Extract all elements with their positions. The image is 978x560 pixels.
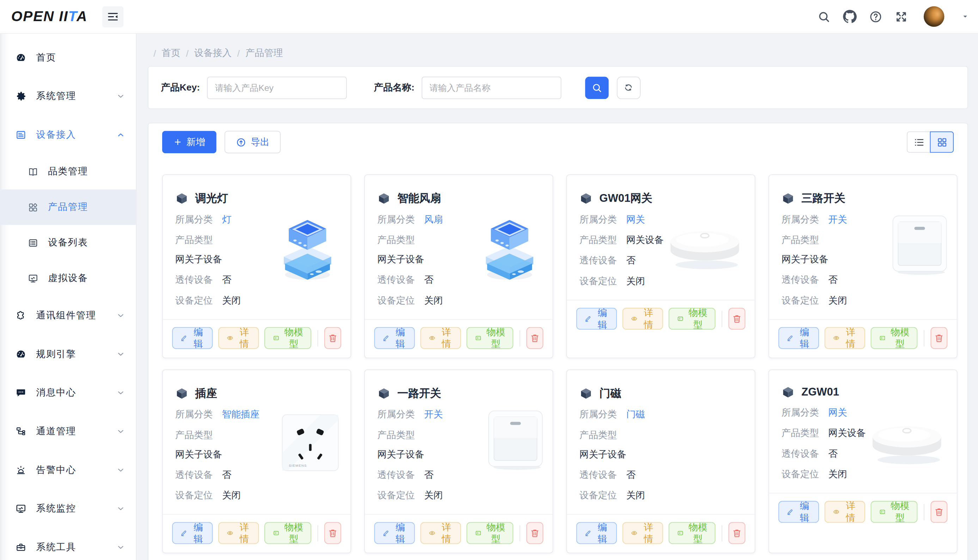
app-window: OPEN IITA 首页 [0,0,978,560]
edit-button[interactable]: 编辑 [374,327,415,349]
product-name-input[interactable] [421,77,561,99]
location-value: 关闭 [222,293,241,307]
category-label: 所属分类 [377,212,415,226]
sidebar-item[interactable]: 消息中心 [0,373,136,412]
delete-button[interactable] [527,327,543,349]
sidebar-item[interactable]: 虚拟设备 [0,260,136,296]
menu-fold-icon [107,10,119,23]
sidebar-item[interactable]: 品类管理 [0,154,136,190]
category-link[interactable]: 智能插座 [222,407,259,421]
detail-button[interactable]: 详情 [420,522,461,544]
sidebar-item-icon [15,309,27,321]
github-icon[interactable] [843,10,857,24]
category-link[interactable]: 网关 [828,406,847,420]
detail-button[interactable]: 详情 [825,327,865,349]
breadcrumb-link[interactable]: 设备接入 [194,47,232,59]
delete-button[interactable] [728,308,745,330]
category-link[interactable]: 风扇 [424,212,443,226]
thing-model-button[interactable]: 物模型 [466,327,513,349]
search-icon[interactable] [817,10,831,23]
sidebar-item[interactable]: 设备接入 [0,115,136,154]
user-menu-caret-icon[interactable] [961,12,969,20]
category-link[interactable]: 网关 [626,212,645,226]
product-key-label: 产品Key: [161,82,200,94]
sidebar-item[interactable]: 系统监控 [0,489,136,528]
edit-button[interactable]: 编辑 [779,501,819,523]
edit-button[interactable]: 编辑 [577,308,617,330]
avatar[interactable] [924,6,944,27]
product-card-actions: 编辑 详情 物模型 [567,300,754,338]
sidebar-item-icon [15,90,27,102]
thing-model-button[interactable]: 物模型 [264,327,311,349]
product-card-body: 门磁 所属分类 门磁 产品类型 网关子设备 透传设备 [567,370,754,503]
edit-button[interactable]: 编辑 [172,522,212,544]
detail-button[interactable]: 详情 [218,327,259,349]
sidebar-collapse-button[interactable] [103,6,124,27]
sidebar-item[interactable]: 系统管理 [0,77,136,115]
edit-pen-icon [180,333,187,343]
detail-button[interactable]: 详情 [623,522,663,544]
edit-button-label: 编辑 [798,500,811,524]
sidebar-item[interactable]: 告警中心 [0,450,136,489]
product-key-input[interactable] [207,77,346,99]
model-icon [879,507,886,517]
sidebar-item[interactable]: 首页 [0,38,136,77]
category-link[interactable]: 门磁 [626,407,645,421]
category-link[interactable]: 开关 [828,212,847,226]
add-button[interactable]: 新增 [162,131,216,153]
thing-model-button-label: 物模型 [486,326,505,350]
edit-button[interactable]: 编辑 [172,327,212,349]
detail-button[interactable]: 详情 [420,327,461,349]
edit-button[interactable]: 编辑 [779,327,819,349]
reset-button[interactable] [617,77,640,99]
product-title: 智能风扇 [397,190,441,205]
sidebar-item[interactable]: 设备列表 [0,225,136,261]
detail-button[interactable]: 详情 [218,522,259,544]
edit-button[interactable]: 编辑 [577,522,617,544]
detail-button[interactable]: 详情 [623,308,663,330]
fullscreen-icon[interactable] [894,10,908,23]
list-view-icon [913,136,925,148]
sidebar-item[interactable]: 通道管理 [0,412,136,450]
delete-button[interactable] [324,327,341,349]
thing-model-button[interactable]: 物模型 [669,522,716,544]
breadcrumb-link[interactable]: 产品管理 [246,47,283,59]
grid-view-toggle[interactable] [930,132,954,153]
thing-model-button[interactable]: 物模型 [669,308,716,330]
delete-button[interactable] [324,522,341,544]
location-value: 关闭 [626,488,645,502]
divider [318,330,318,346]
detail-button[interactable]: 详情 [825,501,865,523]
product-card: ZGW01 所属分类 网关 产品类型 网关设备 透传设备 [769,370,958,553]
product-title: 一路开关 [397,386,441,400]
product-image-brand: SIEMENS [289,463,307,467]
list-view-toggle[interactable] [907,132,930,153]
thing-model-button[interactable]: 物模型 [871,501,918,523]
thing-model-button-label: 物模型 [688,521,707,545]
thing-model-button[interactable]: 物模型 [264,522,311,544]
eye-icon [631,528,638,538]
delete-button[interactable] [930,327,947,349]
delete-button[interactable] [527,522,543,544]
product-title-row: ZGW01 [782,386,945,399]
breadcrumb-link[interactable]: 首页 [162,47,181,59]
upload-icon [236,137,246,147]
export-button[interactable]: 导出 [224,131,281,153]
sidebar-item-label: 系统监控 [36,503,117,515]
thing-model-button[interactable]: 物模型 [466,522,513,544]
app-logo[interactable]: OPEN IITA [11,8,87,25]
sidebar-item[interactable]: 系统工具 [0,528,136,560]
sidebar-item[interactable]: 规则引擎 [0,335,136,373]
category-link[interactable]: 开关 [424,407,443,421]
search-button[interactable] [585,77,609,99]
product-title-row: 三路开关 [782,190,945,205]
sidebar-item[interactable]: 产品管理 [0,190,136,225]
edit-button[interactable]: 编辑 [374,522,415,544]
thing-model-button[interactable]: 物模型 [871,327,918,349]
help-icon[interactable] [869,10,883,23]
category-link[interactable]: 灯 [222,212,232,226]
delete-button[interactable] [930,501,947,523]
sidebar-item[interactable]: 通讯组件管理 [0,296,136,335]
thing-model-button-label: 物模型 [688,307,707,330]
delete-button[interactable] [728,522,745,544]
